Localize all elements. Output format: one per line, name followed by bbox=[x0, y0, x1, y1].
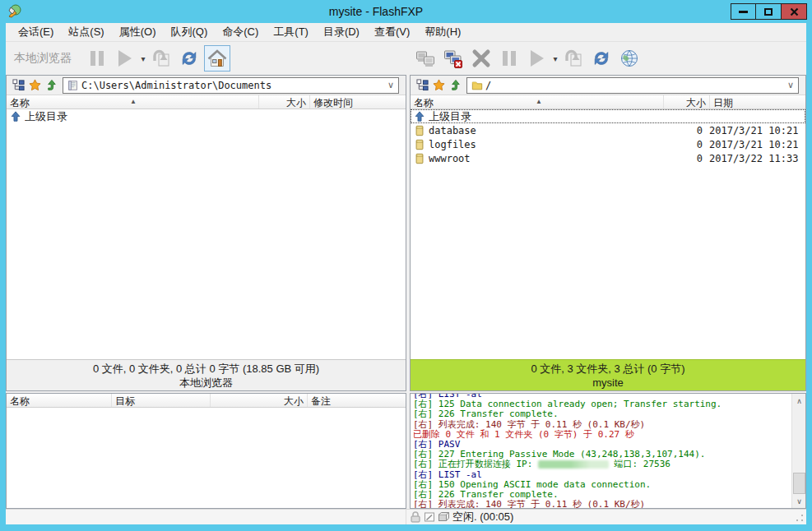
remote-column-date[interactable]: 日期 bbox=[710, 95, 805, 109]
remote-toolbar: ▾ bbox=[406, 45, 806, 72]
log-line: [右] 列表完成: 140 字节 于 0.11 秒 (0.1 KB/秒) bbox=[413, 500, 791, 509]
up-dir-icon bbox=[413, 111, 426, 122]
local-home-button[interactable] bbox=[204, 45, 230, 72]
log-lines: [右] LIST -al [右] 125 Data connection alr… bbox=[413, 393, 791, 509]
folder-icon bbox=[413, 153, 426, 164]
minimize-button[interactable] bbox=[731, 3, 756, 20]
remote-transfer-button[interactable] bbox=[560, 45, 587, 72]
close-icon bbox=[790, 7, 799, 16]
remote-row-parent-dir[interactable]: 上级目录 bbox=[411, 109, 805, 123]
log-scrollbar[interactable]: ∧ ∨ bbox=[791, 394, 805, 508]
site-globe-button[interactable] bbox=[616, 45, 643, 72]
local-status: 0 文件, 0 文件夹, 0 总计 0 字节 (18.85 GB 可用) 本地浏… bbox=[7, 359, 406, 390]
queue-header: 名称 目标 大小 备注 bbox=[7, 394, 406, 408]
scroll-thumb[interactable] bbox=[793, 473, 805, 494]
menu-item-tools[interactable]: 工具(T) bbox=[266, 23, 316, 41]
connect-button[interactable] bbox=[412, 45, 438, 72]
local-favorites-button[interactable] bbox=[26, 77, 43, 94]
queue-column-size[interactable]: 大小 bbox=[211, 394, 308, 407]
pause-icon bbox=[503, 51, 516, 66]
local-go-up-button[interactable] bbox=[43, 77, 59, 94]
remote-refresh-button[interactable] bbox=[588, 45, 615, 72]
window-title: mysite - FlashFXP bbox=[21, 5, 731, 18]
folder-icon bbox=[413, 125, 426, 136]
close-button[interactable] bbox=[782, 3, 807, 20]
connect-icon bbox=[415, 48, 435, 68]
menu-item-session[interactable]: 会话(E) bbox=[11, 23, 61, 41]
remote-column-name[interactable]: 名称▲ bbox=[411, 95, 664, 109]
remote-row-logfiles[interactable]: logfiles 0 2017/3/21 10:21 bbox=[411, 137, 805, 151]
play-icon bbox=[118, 50, 132, 67]
local-play-button[interactable] bbox=[112, 45, 138, 72]
local-status-counts: 0 文件, 0 文件夹, 0 总计 0 字节 (18.85 GB 可用) bbox=[7, 362, 406, 376]
remote-list-header: 名称▲ 大小 日期 bbox=[411, 95, 805, 109]
menu-item-options[interactable]: 属性(O) bbox=[112, 23, 164, 41]
disconnect-button[interactable] bbox=[440, 45, 466, 72]
chevron-down-icon[interactable]: ∨ bbox=[785, 80, 796, 90]
remote-status-name: mysite bbox=[411, 376, 805, 390]
play-dropdown-arrow-icon[interactable]: ▾ bbox=[139, 45, 147, 72]
browser-panels: C:\Users\Administrator\Documents ∨ 名称▲ 大… bbox=[6, 75, 806, 391]
play-dropdown-arrow-icon[interactable]: ▾ bbox=[551, 45, 559, 72]
menu-item-commands[interactable]: 命令(C) bbox=[215, 23, 266, 41]
scroll-down-icon[interactable]: ∨ bbox=[792, 494, 806, 508]
local-refresh-button[interactable] bbox=[176, 45, 202, 72]
statusbar-right: 空闲. (00:05) bbox=[406, 510, 806, 524]
pause-icon bbox=[90, 51, 104, 66]
maximize-icon bbox=[764, 8, 773, 16]
refresh-icon bbox=[179, 48, 199, 68]
menubar: 会话(E) 站点(S) 属性(O) 队列(Q) 命令(C) 工具(T) 目录(D… bbox=[6, 23, 806, 41]
remote-row-database[interactable]: database 0 2017/3/21 10:21 bbox=[411, 123, 805, 137]
queue-icon bbox=[437, 510, 450, 524]
local-path-value: C:\Users\Administrator\Documents bbox=[81, 80, 385, 91]
abort-button[interactable] bbox=[468, 45, 494, 72]
chevron-down-icon[interactable]: ∨ bbox=[385, 80, 397, 90]
local-panel: C:\Users\Administrator\Documents ∨ 名称▲ 大… bbox=[6, 75, 406, 391]
queue-column-target[interactable]: 目标 bbox=[112, 394, 211, 407]
queue-panel: 名称 目标 大小 备注 bbox=[6, 393, 406, 509]
lock-icon bbox=[409, 510, 422, 524]
up-dir-icon bbox=[9, 111, 22, 122]
remote-tree-button[interactable] bbox=[414, 77, 430, 94]
remote-favorites-button[interactable] bbox=[430, 77, 447, 94]
remote-go-up-button[interactable] bbox=[447, 77, 463, 94]
disconnect-icon bbox=[443, 48, 463, 68]
remote-row-wwwroot[interactable]: wwwroot 0 2017/3/22 11:33 bbox=[411, 151, 805, 165]
tree-view-icon bbox=[12, 79, 25, 91]
queue-column-name[interactable]: 名称 bbox=[7, 394, 112, 407]
menu-item-directory[interactable]: 目录(D) bbox=[316, 23, 367, 41]
folder-icon bbox=[471, 80, 483, 91]
maximize-button[interactable] bbox=[756, 3, 782, 20]
resize-grip[interactable] bbox=[795, 513, 805, 523]
scroll-up-icon[interactable]: ∧ bbox=[792, 394, 806, 408]
toolbar-row: 本地浏览器 ▾ bbox=[6, 41, 806, 75]
local-transfer-button[interactable] bbox=[148, 45, 174, 72]
local-list-header: 名称▲ 大小 修改时间 bbox=[7, 95, 406, 109]
statusbar: 空闲. (00:05) bbox=[6, 509, 806, 524]
minimize-icon bbox=[739, 11, 748, 13]
local-column-name[interactable]: 名称▲ bbox=[7, 95, 259, 109]
go-up-icon bbox=[449, 79, 462, 91]
remote-pause-button[interactable] bbox=[496, 45, 522, 72]
remote-play-button[interactable] bbox=[524, 45, 550, 72]
local-tree-button[interactable] bbox=[10, 77, 26, 94]
remote-column-size[interactable]: 大小 bbox=[664, 95, 710, 109]
menu-item-help[interactable]: 帮助(H) bbox=[417, 23, 468, 41]
statusbar-text: 空闲. (00:05) bbox=[452, 510, 513, 524]
menu-item-sites[interactable]: 站点(S) bbox=[61, 23, 111, 41]
transfer-log-panel: [右] LIST -al [右] 125 Data connection alr… bbox=[410, 393, 806, 509]
local-file-list: 上级目录 bbox=[7, 109, 406, 359]
queue-column-note[interactable]: 备注 bbox=[308, 394, 406, 407]
local-column-date[interactable]: 修改时间 bbox=[310, 95, 406, 109]
redacted-ip bbox=[538, 460, 609, 469]
bottom-panels: 名称 目标 大小 备注 [右] LIST -al [右] 125 Data co… bbox=[6, 393, 806, 509]
local-pause-button[interactable] bbox=[84, 45, 110, 72]
local-row-parent-dir[interactable]: 上级目录 bbox=[7, 109, 406, 123]
statusbar-left bbox=[6, 510, 406, 524]
menu-item-queue[interactable]: 队列(Q) bbox=[163, 23, 215, 41]
remote-path-combobox[interactable]: / ∨ bbox=[466, 77, 799, 94]
local-path-combobox[interactable]: C:\Users\Administrator\Documents ∨ bbox=[63, 77, 399, 94]
sort-ascending-icon: ▲ bbox=[536, 98, 542, 105]
local-column-size[interactable]: 大小 bbox=[259, 95, 310, 109]
menu-item-view[interactable]: 查看(V) bbox=[367, 23, 417, 41]
